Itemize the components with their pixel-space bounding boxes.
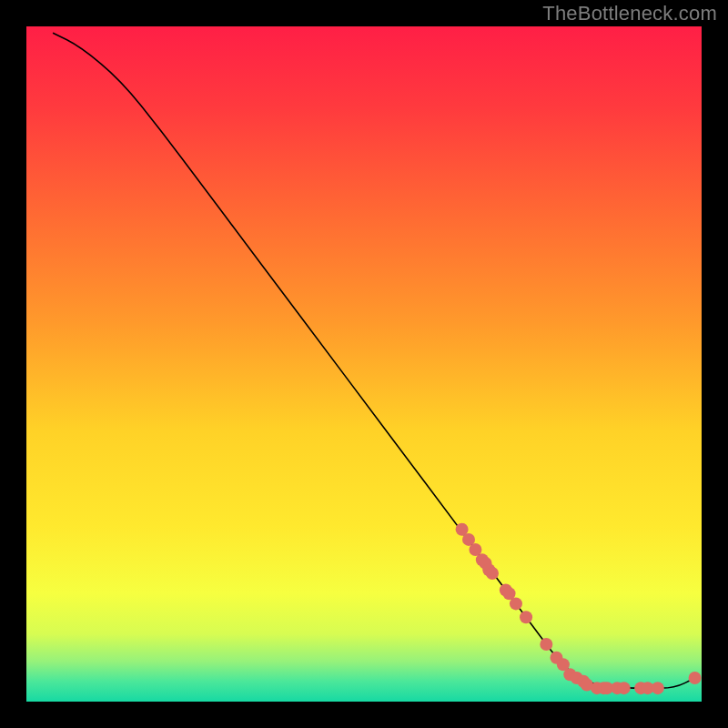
data-marker [652, 682, 664, 694]
data-marker [689, 672, 702, 684]
bottleneck-chart [0, 0, 728, 728]
data-marker [486, 567, 499, 580]
gradient-background [26, 26, 702, 702]
data-marker [510, 597, 522, 610]
chart-root: TheBottleneck.com [0, 0, 728, 728]
watermark-text: TheBottleneck.com [542, 2, 717, 25]
data-marker [520, 611, 532, 623]
data-marker [540, 638, 552, 651]
data-marker [618, 682, 631, 694]
